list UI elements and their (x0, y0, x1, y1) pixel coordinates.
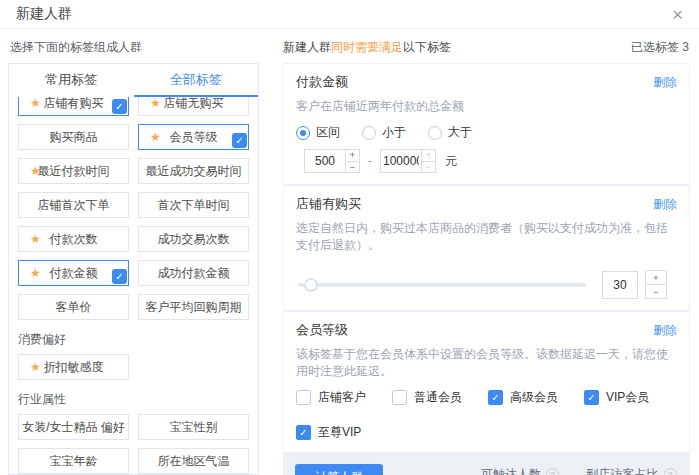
help-icon[interactable]: ? (664, 468, 677, 475)
tag-button[interactable]: 宝宝年龄 (18, 448, 129, 474)
tab-common-tags[interactable]: 常用标签 (9, 64, 134, 97)
tag-button[interactable]: 最近成功交易时间 (138, 158, 249, 184)
days-stepper: + − (645, 270, 667, 299)
tag-button[interactable]: 客户平均回购周期 (138, 294, 249, 320)
tag-button[interactable]: 成功交易次数 (138, 226, 249, 252)
checkbox-checked-icon: ✓ (112, 269, 127, 284)
tag-label: 店铺无购买 (164, 97, 224, 112)
tag-button[interactable]: 成功付款金额 (138, 260, 249, 286)
dialog-titlebar: 新建人群 × (0, 0, 699, 29)
minus-icon[interactable]: − (345, 161, 360, 174)
tag-button[interactable]: 所在地区气温 (138, 448, 249, 474)
tag-selection-panel: 选择下面的标签组成人群 常用标签 全部标签 ★ 店铺有购买 ✓ ★ 店铺无购买 … (8, 30, 259, 475)
max-amount-input[interactable] (380, 149, 422, 173)
tag-button[interactable]: ★ 付款次数 (18, 226, 129, 252)
star-icon: ★ (30, 361, 41, 373)
slider-handle[interactable] (304, 278, 318, 292)
tag-label: 成功付款金额 (158, 265, 230, 282)
card-description: 客户在店铺近两年付款的总金额 (296, 98, 677, 115)
checkbox-label: VIP会员 (606, 389, 649, 406)
member-option-checkbox[interactable]: ✓ 高级会员 (488, 389, 558, 406)
tag-button[interactable]: ★ 店铺有购买 ✓ (18, 97, 129, 116)
days-slider[interactable] (298, 283, 586, 287)
checkbox-checked-icon: ✓ (296, 425, 311, 440)
tag-button[interactable]: 购买商品 (18, 124, 129, 150)
card-description: 该标签基于您在会员体系中设置的会员等级。该数据延迟一天，请您使用时注意此延迟。 (296, 346, 677, 380)
tag-button[interactable]: ★ 付款金额 ✓ (18, 260, 129, 286)
plus-icon[interactable]: + (645, 270, 667, 285)
tag-button[interactable]: 女装/女士精品 偏好 (18, 414, 129, 440)
checkbox-icon (392, 390, 407, 405)
delete-link[interactable]: 删除 (653, 322, 677, 339)
tag-button[interactable]: 宝宝性别 (138, 414, 249, 440)
member-option-checkbox[interactable]: ✓ 至尊VIP (296, 424, 361, 441)
checkbox-checked-icon: ✓ (112, 99, 127, 114)
radio-label: 大于 (448, 124, 472, 141)
left-panel-heading: 选择下面的标签组成人群 (8, 30, 259, 63)
heading-suffix: 以下标签 (403, 40, 451, 54)
days-input[interactable] (602, 271, 638, 299)
tag-button[interactable]: 店铺首次下单 (18, 192, 129, 218)
radio-less-than[interactable]: 小于 (362, 124, 406, 141)
checkbox-icon (296, 390, 311, 405)
member-option-checkbox[interactable]: 店铺客户 (296, 389, 366, 406)
metric-store-visit-ratio: 到店访客占比 ? -- (573, 464, 679, 475)
tab-all-tags[interactable]: 全部标签 (134, 64, 259, 97)
minus-icon[interactable]: − (645, 284, 667, 299)
checkbox-label: 至尊VIP (318, 424, 361, 441)
right-panel-heading: 新建人群同时需要满足以下标签 (283, 39, 451, 56)
delete-link[interactable]: 删除 (653, 196, 677, 213)
min-amount-input[interactable] (304, 149, 346, 173)
help-icon[interactable]: ? (546, 468, 559, 475)
checkbox-checked-icon: ✓ (488, 390, 503, 405)
close-icon[interactable]: × (672, 5, 683, 24)
radio-icon (362, 126, 376, 140)
tag-label: 折扣敏感度 (44, 359, 104, 376)
member-option-checkbox[interactable]: ✓ VIP会员 (584, 389, 649, 406)
member-level-options: 店铺客户 普通会员 ✓ 高级会员 ✓ VIP会员 ✓ 至尊VIP (296, 389, 677, 441)
tag-label: 店铺有购买 (44, 97, 104, 112)
tag-scroll-area[interactable]: ★ 店铺有购买 ✓ ★ 店铺无购买 购买商品 ★ 会员等级 ✓ ★ (9, 97, 258, 474)
tag-label: 会员等级 (170, 129, 218, 146)
radio-label: 小于 (382, 124, 406, 141)
checkbox-label: 普通会员 (414, 389, 462, 406)
star-icon: ★ (30, 233, 41, 245)
radio-icon (296, 126, 310, 140)
checkbox-label: 店铺客户 (318, 389, 366, 406)
checkbox-checked-icon: ✓ (232, 133, 247, 148)
tag-label: 所在地区气温 (158, 453, 230, 470)
section-label-consume: 消费偏好 (18, 328, 249, 346)
star-icon: ★ (30, 267, 41, 279)
radio-greater-than[interactable]: 大于 (428, 124, 472, 141)
tag-label: 宝宝年龄 (50, 453, 98, 470)
tag-button[interactable]: 首次下单时间 (138, 192, 249, 218)
check-icon: ✓ (587, 392, 595, 403)
tag-button[interactable]: ★ 会员等级 ✓ (138, 124, 249, 150)
tag-label: 客单价 (56, 299, 92, 316)
metric-reachable-count: 可触达人数 ? -- (467, 464, 573, 475)
delete-link[interactable]: 删除 (653, 74, 677, 91)
tag-button[interactable]: ★ 折扣敏感度 (18, 354, 129, 380)
minus-icon[interactable]: − (421, 161, 436, 174)
tag-label: 最近成功交易时间 (146, 163, 242, 180)
checkbox-label: 高级会员 (510, 389, 558, 406)
max-amount-stepper: + − (421, 149, 436, 173)
star-icon: ★ (150, 97, 161, 109)
currency-unit: 元 (445, 153, 457, 170)
check-icon: ✓ (491, 392, 499, 403)
member-option-checkbox[interactable]: 普通会员 (392, 389, 462, 406)
section-label-industry: 行业属性 (18, 388, 249, 406)
tag-label: 付款次数 (50, 231, 98, 248)
card-shop-purchase: 店铺有购买 删除 选定自然日内，购买过本店商品的消费者（购买以支付成功为准，包括… (283, 185, 690, 311)
radio-between[interactable]: 区间 (296, 124, 340, 141)
tag-label: 成功交易次数 (158, 231, 230, 248)
radio-icon (428, 126, 442, 140)
tag-button[interactable]: ★ 店铺无购买 (138, 97, 249, 116)
tag-button[interactable]: 客单价 (18, 294, 129, 320)
card-title: 付款金额 (296, 73, 348, 91)
range-separator: - (368, 154, 372, 168)
compute-crowd-button[interactable]: 计算人群 (295, 464, 383, 475)
tag-label: 首次下单时间 (158, 197, 230, 214)
right-panel-header: 新建人群同时需要满足以下标签 已选标签 3 (283, 30, 699, 63)
tag-button[interactable]: ★ 最近付款时间 (18, 158, 129, 184)
